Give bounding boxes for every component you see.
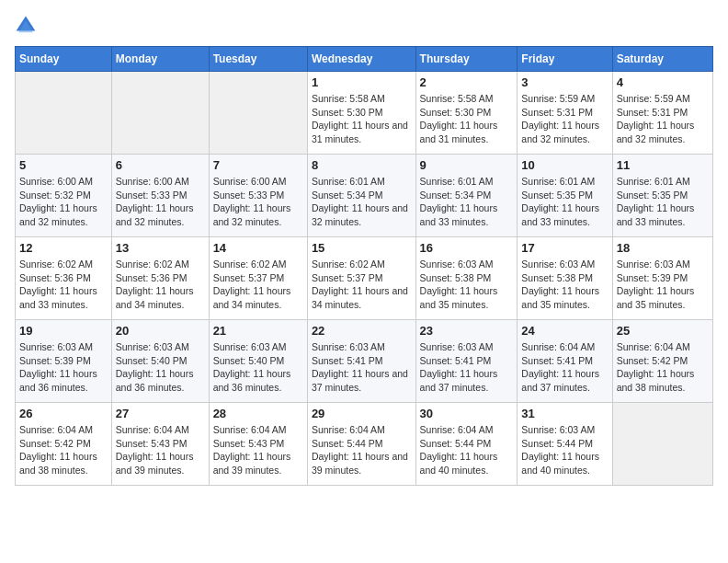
day-info: Sunrise: 6:00 AMSunset: 5:33 PMDaylight:…: [213, 175, 303, 229]
calendar-cell: [111, 72, 209, 155]
day-info: Sunrise: 6:04 AMSunset: 5:43 PMDaylight:…: [213, 423, 303, 477]
calendar-header-row: SundayMondayTuesdayWednesdayThursdayFrid…: [16, 47, 713, 72]
day-info: Sunrise: 6:02 AMSunset: 5:36 PMDaylight:…: [19, 258, 108, 312]
calendar-cell: 28Sunrise: 6:04 AMSunset: 5:43 PMDayligh…: [209, 403, 307, 486]
calendar-cell: 4Sunrise: 5:59 AMSunset: 5:31 PMDaylight…: [612, 72, 712, 155]
day-info: Sunrise: 6:01 AMSunset: 5:35 PMDaylight:…: [521, 175, 608, 229]
calendar-cell: 11Sunrise: 6:01 AMSunset: 5:35 PMDayligh…: [612, 155, 712, 237]
day-info: Sunrise: 6:04 AMSunset: 5:44 PMDaylight:…: [420, 423, 514, 477]
day-info: Sunrise: 6:03 AMSunset: 5:40 PMDaylight:…: [116, 340, 205, 395]
day-info: Sunrise: 6:03 AMSunset: 5:39 PMDaylight:…: [19, 340, 108, 395]
calendar-cell: 7Sunrise: 6:00 AMSunset: 5:33 PMDaylight…: [209, 155, 307, 237]
calendar-cell: 16Sunrise: 6:03 AMSunset: 5:38 PMDayligh…: [415, 237, 518, 320]
calendar-cell: 31Sunrise: 6:03 AMSunset: 5:44 PMDayligh…: [518, 403, 612, 486]
day-info: Sunrise: 6:02 AMSunset: 5:37 PMDaylight:…: [213, 258, 303, 312]
calendar-cell: 27Sunrise: 6:04 AMSunset: 5:43 PMDayligh…: [111, 403, 209, 486]
header-day-saturday: Saturday: [612, 47, 712, 72]
day-number: 22: [312, 324, 412, 338]
day-info: Sunrise: 6:00 AMSunset: 5:32 PMDaylight:…: [19, 175, 108, 229]
day-number: 7: [213, 158, 303, 172]
day-info: Sunrise: 6:01 AMSunset: 5:35 PMDaylight:…: [617, 175, 709, 229]
day-info: Sunrise: 5:58 AMSunset: 5:30 PMDaylight:…: [420, 92, 514, 146]
calendar-cell: 25Sunrise: 6:04 AMSunset: 5:42 PMDayligh…: [612, 320, 712, 403]
day-number: 9: [420, 158, 514, 172]
header-day-thursday: Thursday: [415, 47, 518, 72]
day-info: Sunrise: 6:04 AMSunset: 5:44 PMDaylight:…: [312, 423, 412, 477]
calendar-cell: 12Sunrise: 6:02 AMSunset: 5:36 PMDayligh…: [16, 237, 112, 320]
day-number: 16: [420, 241, 514, 255]
header-day-wednesday: Wednesday: [307, 47, 415, 72]
calendar-cell: [612, 403, 712, 486]
calendar-cell: 1Sunrise: 5:58 AMSunset: 5:30 PMDaylight…: [307, 72, 415, 155]
day-info: Sunrise: 6:03 AMSunset: 5:38 PMDaylight:…: [521, 258, 608, 312]
calendar-week-5: 26Sunrise: 6:04 AMSunset: 5:42 PMDayligh…: [16, 403, 713, 486]
day-number: 11: [617, 158, 709, 172]
calendar-cell: 15Sunrise: 6:02 AMSunset: 5:37 PMDayligh…: [307, 237, 415, 320]
calendar-cell: [16, 72, 112, 155]
day-info: Sunrise: 5:59 AMSunset: 5:31 PMDaylight:…: [617, 92, 709, 146]
page-header: [15, 15, 713, 37]
calendar-cell: 26Sunrise: 6:04 AMSunset: 5:42 PMDayligh…: [16, 403, 112, 486]
day-number: 5: [19, 158, 108, 172]
day-info: Sunrise: 5:59 AMSunset: 5:31 PMDaylight:…: [521, 92, 608, 146]
day-number: 28: [213, 407, 303, 420]
day-number: 21: [213, 324, 303, 338]
day-info: Sunrise: 6:04 AMSunset: 5:41 PMDaylight:…: [521, 340, 608, 395]
day-info: Sunrise: 6:01 AMSunset: 5:34 PMDaylight:…: [420, 175, 514, 229]
calendar-cell: 30Sunrise: 6:04 AMSunset: 5:44 PMDayligh…: [415, 403, 518, 486]
calendar-cell: 10Sunrise: 6:01 AMSunset: 5:35 PMDayligh…: [518, 155, 612, 237]
day-info: Sunrise: 6:04 AMSunset: 5:42 PMDaylight:…: [19, 423, 108, 477]
header-day-friday: Friday: [518, 47, 612, 72]
day-number: 14: [213, 241, 303, 255]
calendar-cell: 29Sunrise: 6:04 AMSunset: 5:44 PMDayligh…: [307, 403, 415, 486]
logo-icon: [15, 15, 37, 37]
day-number: 12: [19, 241, 108, 255]
calendar-cell: 21Sunrise: 6:03 AMSunset: 5:40 PMDayligh…: [209, 320, 307, 403]
calendar-cell: 2Sunrise: 5:58 AMSunset: 5:30 PMDaylight…: [415, 72, 518, 155]
calendar-cell: 20Sunrise: 6:03 AMSunset: 5:40 PMDayligh…: [111, 320, 209, 403]
day-number: 8: [312, 158, 412, 172]
day-info: Sunrise: 5:58 AMSunset: 5:30 PMDaylight:…: [312, 92, 412, 146]
calendar-cell: [209, 72, 307, 155]
calendar-cell: 18Sunrise: 6:03 AMSunset: 5:39 PMDayligh…: [612, 237, 712, 320]
day-number: 13: [116, 241, 205, 255]
calendar-week-1: 1Sunrise: 5:58 AMSunset: 5:30 PMDaylight…: [16, 72, 713, 155]
day-number: 19: [19, 324, 108, 338]
day-number: 23: [420, 324, 514, 338]
day-number: 15: [312, 241, 412, 255]
day-info: Sunrise: 6:01 AMSunset: 5:34 PMDaylight:…: [312, 175, 412, 229]
day-number: 6: [116, 158, 205, 172]
calendar-week-4: 19Sunrise: 6:03 AMSunset: 5:39 PMDayligh…: [16, 320, 713, 403]
day-info: Sunrise: 6:03 AMSunset: 5:41 PMDaylight:…: [312, 340, 412, 395]
calendar-week-3: 12Sunrise: 6:02 AMSunset: 5:36 PMDayligh…: [16, 237, 713, 320]
header-day-monday: Monday: [111, 47, 209, 72]
calendar-table: SundayMondayTuesdayWednesdayThursdayFrid…: [15, 46, 713, 486]
calendar-cell: 14Sunrise: 6:02 AMSunset: 5:37 PMDayligh…: [209, 237, 307, 320]
day-info: Sunrise: 6:03 AMSunset: 5:40 PMDaylight:…: [213, 340, 303, 395]
day-info: Sunrise: 6:02 AMSunset: 5:37 PMDaylight:…: [312, 258, 412, 312]
day-number: 20: [116, 324, 205, 338]
logo: [15, 15, 40, 37]
calendar-cell: 19Sunrise: 6:03 AMSunset: 5:39 PMDayligh…: [16, 320, 112, 403]
day-number: 26: [19, 407, 108, 420]
calendar-cell: 3Sunrise: 5:59 AMSunset: 5:31 PMDaylight…: [518, 72, 612, 155]
day-info: Sunrise: 6:04 AMSunset: 5:43 PMDaylight:…: [116, 423, 205, 477]
calendar-cell: 6Sunrise: 6:00 AMSunset: 5:33 PMDaylight…: [111, 155, 209, 237]
day-number: 17: [521, 241, 608, 255]
calendar-cell: 23Sunrise: 6:03 AMSunset: 5:41 PMDayligh…: [415, 320, 518, 403]
calendar-cell: 9Sunrise: 6:01 AMSunset: 5:34 PMDaylight…: [415, 155, 518, 237]
day-number: 4: [617, 75, 709, 89]
day-number: 2: [420, 75, 514, 89]
day-info: Sunrise: 6:00 AMSunset: 5:33 PMDaylight:…: [116, 175, 205, 229]
day-info: Sunrise: 6:04 AMSunset: 5:42 PMDaylight:…: [617, 340, 709, 395]
day-number: 18: [617, 241, 709, 255]
day-number: 1: [312, 75, 412, 89]
calendar-cell: 8Sunrise: 6:01 AMSunset: 5:34 PMDaylight…: [307, 155, 415, 237]
calendar-cell: 5Sunrise: 6:00 AMSunset: 5:32 PMDaylight…: [16, 155, 112, 237]
day-number: 27: [116, 407, 205, 420]
day-number: 31: [521, 407, 608, 420]
day-info: Sunrise: 6:03 AMSunset: 5:44 PMDaylight:…: [521, 423, 608, 477]
day-number: 24: [521, 324, 608, 338]
day-info: Sunrise: 6:03 AMSunset: 5:39 PMDaylight:…: [617, 258, 709, 312]
day-number: 3: [521, 75, 608, 89]
